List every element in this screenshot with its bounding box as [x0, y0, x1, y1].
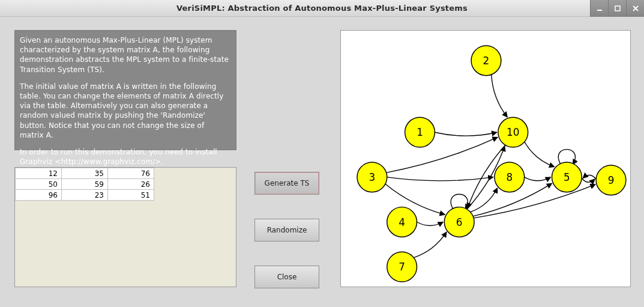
- table-row: 505926: [16, 179, 154, 190]
- matrix-cell[interactable]: 26: [108, 179, 154, 190]
- svg-rect-0: [597, 10, 602, 11]
- description-p3: In order to run this demonstration, you …: [20, 147, 230, 166]
- graph-node: 6: [444, 207, 474, 237]
- close-button[interactable]: Close: [254, 266, 319, 288]
- graph-edge: [525, 142, 555, 167]
- graph-node-label: 9: [608, 174, 615, 186]
- table-row: 962351: [16, 190, 154, 201]
- graph-edge: [417, 222, 444, 226]
- graph-edge: [492, 74, 508, 117]
- graph-panel: 12345678910: [340, 30, 631, 287]
- matrix-cell[interactable]: 96: [16, 190, 62, 201]
- matrix-cell[interactable]: 51: [108, 190, 154, 201]
- window-title: VeriSiMPL: Abstraction of Autonomous Max…: [0, 4, 644, 13]
- graph-node-label: 6: [456, 216, 463, 228]
- graph-node-label: 10: [507, 126, 520, 138]
- table-row: 123576: [16, 168, 154, 179]
- transition-system-graph: 12345678910: [341, 31, 630, 287]
- graph-edge: [525, 177, 551, 181]
- graph-edge: [582, 178, 595, 183]
- graph-node-label: 3: [369, 171, 376, 183]
- graph-node-label: 2: [483, 55, 490, 67]
- graph-node: 7: [387, 252, 417, 282]
- graph-node: 2: [471, 46, 501, 76]
- graph-node-label: 4: [399, 216, 405, 228]
- graph-node: 8: [495, 162, 525, 192]
- graph-node-label: 5: [564, 171, 570, 183]
- maximize-icon: [614, 5, 621, 12]
- description-p2: The initial value of matrix A is written…: [20, 82, 230, 140]
- graph-edge: [387, 137, 498, 172]
- graph-node-label: 1: [417, 126, 423, 138]
- randomize-button[interactable]: Randomize: [254, 219, 319, 242]
- graph-node: 5: [552, 162, 582, 192]
- graph-node: 9: [596, 165, 626, 195]
- graph-node-label: 7: [399, 261, 405, 273]
- svg-rect-1: [615, 6, 620, 11]
- matrix-cell[interactable]: 12: [16, 168, 62, 179]
- description-p1: Given an autonomous Max-Plus-Linear (MPL…: [20, 35, 230, 74]
- graph-node: 4: [387, 207, 417, 237]
- graph-node: 3: [357, 162, 387, 192]
- description-panel: Given an autonomous Max-Plus-Linear (MPL…: [14, 30, 236, 150]
- minimize-button[interactable]: [590, 0, 608, 17]
- graph-edge: [435, 132, 497, 136]
- buttons-column: Generate TS Randomize Close: [254, 172, 319, 288]
- graph-edge: [414, 232, 447, 258]
- graph-node-label: 8: [506, 171, 513, 183]
- graph-edge: [474, 184, 595, 218]
- matrix-cell[interactable]: 50: [16, 179, 62, 190]
- minimize-icon: [596, 5, 603, 12]
- client-area: Given an autonomous Max-Plus-Linear (MPL…: [0, 17, 644, 307]
- graph-edge: [387, 177, 493, 181]
- matrix-table[interactable]: 123576505926962351: [15, 168, 154, 201]
- matrix-cell[interactable]: 35: [62, 168, 108, 179]
- graph-edge: [583, 175, 596, 179]
- matrix-cell[interactable]: 76: [108, 168, 154, 179]
- graph-node: 10: [498, 117, 528, 147]
- close-icon: [632, 5, 639, 12]
- titlebar: VeriSiMPL: Abstraction of Autonomous Max…: [0, 0, 644, 17]
- window-controls: [590, 0, 644, 17]
- matrix-cell[interactable]: 59: [62, 179, 108, 190]
- matrix-table-container: 123576505926962351: [14, 167, 236, 287]
- maximize-button[interactable]: [608, 0, 626, 17]
- close-window-button[interactable]: [626, 0, 644, 17]
- graph-node: 1: [405, 117, 435, 147]
- generate-ts-button[interactable]: Generate TS: [254, 172, 319, 195]
- matrix-cell[interactable]: 23: [62, 190, 108, 201]
